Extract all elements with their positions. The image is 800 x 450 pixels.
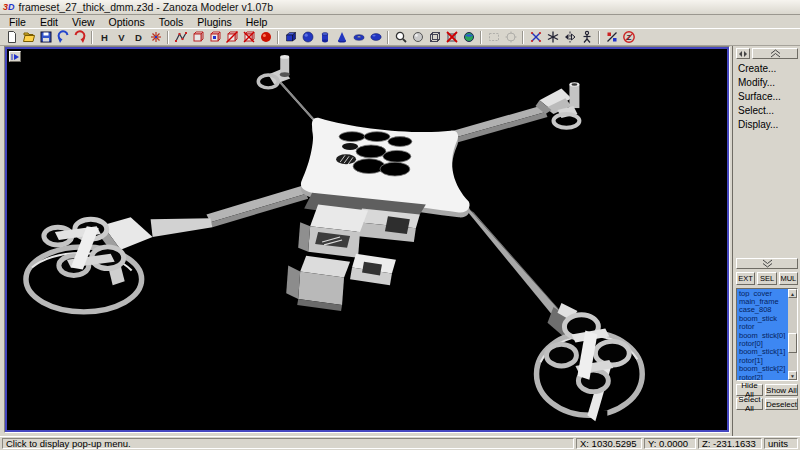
select-rectangle-button[interactable] — [485, 29, 502, 45]
weld-button[interactable] — [189, 29, 206, 45]
rotor-upper-right — [536, 82, 580, 127]
panel-dock-icon — [739, 51, 747, 57]
menu-options[interactable]: Options — [102, 16, 152, 28]
menu-file[interactable]: File — [2, 16, 33, 28]
wireframe-cube-icon — [428, 30, 442, 44]
3d-viewport[interactable] — [5, 47, 729, 432]
status-z-coordinate: Z: -231.1633 — [698, 438, 762, 449]
move-button[interactable] — [544, 29, 561, 45]
status-units: units — [764, 438, 798, 449]
menu-help[interactable]: Help — [239, 16, 275, 28]
unweld-box-icon — [225, 30, 239, 44]
new-button[interactable] — [3, 29, 20, 45]
polyline-button[interactable] — [172, 29, 189, 45]
panel-dock-button[interactable] — [736, 48, 750, 59]
list-item[interactable]: rotor — [737, 323, 788, 331]
viewport-frame — [4, 46, 730, 433]
command-surface[interactable]: Surface... — [736, 90, 798, 104]
menu-edit[interactable]: Edit — [33, 16, 65, 28]
create-cube-button[interactable] — [282, 29, 299, 45]
app-icon: 3D — [3, 2, 15, 12]
skeleton-icon — [580, 30, 594, 44]
wireframe-cube-button[interactable] — [426, 29, 443, 45]
open-icon — [22, 30, 36, 44]
ext-mode-button[interactable]: EXT — [736, 272, 755, 285]
redo-button[interactable] — [71, 29, 88, 45]
command-display[interactable]: Display... — [736, 118, 798, 132]
menu-plugins[interactable]: Plugins — [190, 16, 238, 28]
textured-sphere-button[interactable] — [460, 29, 477, 45]
skeleton-button[interactable] — [578, 29, 595, 45]
scroll-down-icon[interactable]: ▼ — [788, 371, 797, 380]
list-item[interactable]: rotor[2] — [737, 373, 788, 381]
view-d-button[interactable]: D — [130, 29, 147, 45]
move-asterisk-icon — [546, 30, 560, 44]
command-select[interactable]: Select... — [736, 104, 798, 118]
command-create[interactable]: Create... — [736, 62, 798, 76]
rotor-lower-left — [26, 217, 212, 312]
select-circle-button[interactable] — [502, 29, 519, 45]
list-item[interactable]: main_frame — [737, 297, 788, 305]
deselect-button[interactable]: Deselect — [765, 398, 798, 410]
select-circle-icon — [504, 30, 518, 44]
list-item[interactable]: boom_stick[1] — [737, 348, 788, 356]
scroll-thumb[interactable] — [788, 333, 797, 353]
unweld-all-box-icon — [242, 30, 256, 44]
case-mount — [286, 193, 426, 311]
scale-cross-icon — [529, 30, 543, 44]
list-item[interactable]: rotor[1] — [737, 356, 788, 364]
textured-sphere-icon — [462, 30, 476, 44]
z-material-button[interactable]: Z — [620, 29, 637, 45]
create-ellipsoid-button[interactable] — [367, 29, 384, 45]
status-x-coordinate: X: 1030.5295 — [576, 438, 642, 449]
weld-target-button[interactable] — [206, 29, 223, 45]
view-v-button[interactable]: V — [113, 29, 130, 45]
create-cone-button[interactable] — [333, 29, 350, 45]
create-cylinder-button[interactable] — [316, 29, 333, 45]
create-sphere-icon — [301, 30, 315, 44]
snap-button[interactable] — [147, 29, 164, 45]
scroll-up-icon[interactable]: ▲ — [788, 289, 797, 298]
toolbar-separator — [480, 31, 482, 44]
view-h-button[interactable]: H — [96, 29, 113, 45]
quadcopter-model — [7, 49, 727, 430]
chevron-down-double-icon — [762, 259, 773, 268]
create-sphere-button[interactable] — [299, 29, 316, 45]
command-modify[interactable]: Modify... — [736, 76, 798, 90]
material-sphere-button[interactable] — [257, 29, 274, 45]
commands-rollup-button[interactable] — [752, 48, 798, 59]
select-all-button[interactable]: Select All — [736, 398, 763, 410]
select-rectangle-icon — [487, 30, 501, 44]
unweld-button[interactable] — [223, 29, 240, 45]
mul-mode-button[interactable]: MUL — [779, 272, 798, 285]
unweld-all-button[interactable] — [240, 29, 257, 45]
shaded-sphere-button[interactable] — [409, 29, 426, 45]
list-item[interactable]: case_808 — [737, 306, 788, 314]
zoom-button[interactable] — [392, 29, 409, 45]
menu-view[interactable]: View — [65, 16, 102, 28]
list-item[interactable]: boom_stick[0] — [737, 331, 788, 339]
viewport-maximize-button[interactable] — [9, 51, 21, 62]
mirror-button[interactable] — [561, 29, 578, 45]
save-button[interactable] — [37, 29, 54, 45]
create-torus-button[interactable] — [350, 29, 367, 45]
list-item[interactable]: rotor[0] — [737, 339, 788, 347]
list-item[interactable]: boom_stick[2] — [737, 365, 788, 373]
list-item[interactable]: boom_stick — [737, 314, 788, 322]
main-toolbar: H V D Z — [0, 28, 800, 46]
list-item[interactable]: top_cover — [737, 289, 788, 297]
open-button[interactable] — [20, 29, 37, 45]
toolbar-separator — [387, 31, 389, 44]
show-all-button[interactable]: Show All — [765, 384, 798, 396]
create-ellipsoid-icon — [369, 30, 383, 44]
objects-list: top_cover main_frame case_808 boom_stick… — [736, 288, 798, 381]
sel-mode-button[interactable]: SEL — [757, 272, 776, 285]
delete-object-button[interactable] — [443, 29, 460, 45]
menu-tools[interactable]: Tools — [152, 16, 191, 28]
objects-rollup-button[interactable] — [736, 258, 798, 269]
undo-button[interactable] — [54, 29, 71, 45]
uv-mapper-button[interactable] — [603, 29, 620, 45]
viewport-area — [0, 46, 732, 436]
window-title: frameset_27_thick_dmm.z3d - Zanoza Model… — [19, 1, 273, 13]
scale-button[interactable] — [527, 29, 544, 45]
